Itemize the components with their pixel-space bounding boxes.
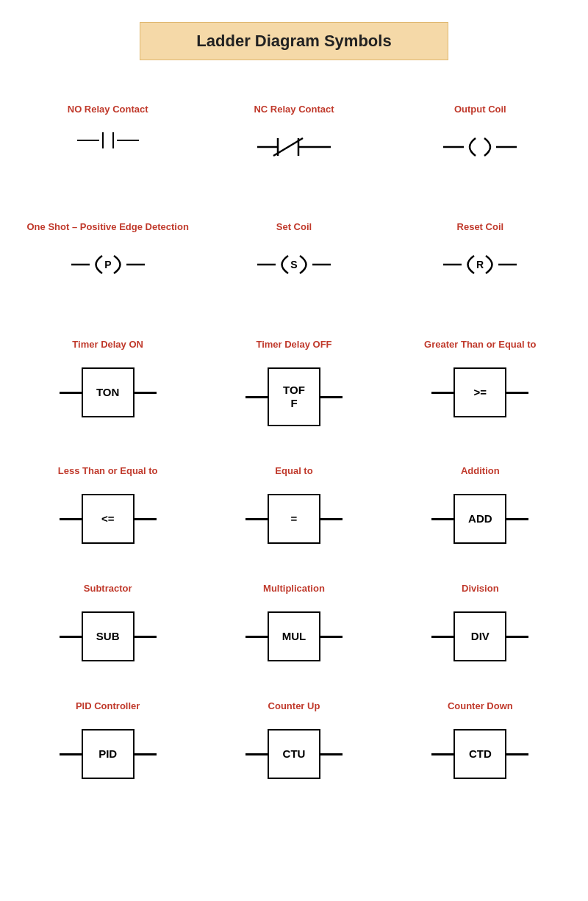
symbol-graphic-toff: TOFF <box>245 367 343 426</box>
symbol-cell-output-coil: Output Coil <box>387 82 573 200</box>
symbol-graphic-ctu: CTU <box>245 729 343 779</box>
symbol-graphic-add: ADD <box>431 494 528 544</box>
div-box: DIV <box>453 611 506 661</box>
symbol-cell-pid: PID Controller PID <box>15 679 201 797</box>
symbol-label-gte: Greater Than or Equal to <box>424 331 536 357</box>
gte-box: >= <box>453 367 506 417</box>
symbol-graphic-sub: SUB <box>60 611 157 661</box>
symbol-cell-toff: Timer Delay OFF TOFF <box>201 317 387 444</box>
page-title-container: Ladder Diagram Symbols <box>140 22 448 60</box>
symbol-graphic-one-shot: P <box>71 250 145 279</box>
toff-box: TOFF <box>268 367 320 426</box>
symbol-cell-reset-coil: Reset Coil R <box>387 200 573 317</box>
sub-box: SUB <box>82 611 135 661</box>
svg-text:S: S <box>290 259 297 270</box>
symbol-cell-ctu: Counter Up CTU <box>201 679 387 797</box>
eq-box: = <box>268 494 320 544</box>
page-title: Ladder Diagram Symbols <box>196 32 391 50</box>
symbol-graphic-set-coil: S <box>257 250 331 279</box>
symbol-graphic-output-coil <box>443 132 517 162</box>
symbol-cell-div: Division DIV <box>387 561 573 679</box>
svg-text:R: R <box>476 259 484 270</box>
symbol-graphic-mul: MUL <box>245 611 343 661</box>
symbol-cell-nc-relay: NC Relay Contact <box>201 82 387 200</box>
symbol-graphic-ctd: CTD <box>431 729 528 779</box>
symbol-graphic-ton: TON <box>60 367 157 417</box>
symbol-graphic-lte: <= <box>60 494 157 544</box>
symbol-label-ton: Timer Delay ON <box>72 331 143 357</box>
symbol-label-one-shot: One Shot – Positive Edge Detection <box>27 213 189 240</box>
pid-box: PID <box>82 729 135 779</box>
symbol-label-nc-relay: NC Relay Contact <box>254 96 334 122</box>
mul-box: MUL <box>268 611 320 661</box>
svg-text:P: P <box>104 259 111 270</box>
lte-box: <= <box>82 494 135 544</box>
symbol-cell-add: Addition ADD <box>387 444 573 561</box>
symbol-label-no-relay: NO Relay Contact <box>68 96 148 122</box>
symbol-cell-one-shot: One Shot – Positive Edge Detection P <box>15 200 201 317</box>
symbol-cell-lte: Less Than or Equal to <= <box>15 444 201 561</box>
symbol-label-pid: PID Controller <box>76 692 140 719</box>
ton-box: TON <box>82 367 135 417</box>
ctu-box: CTU <box>268 729 320 779</box>
symbol-graphic-pid: PID <box>60 729 157 779</box>
symbol-label-output-coil: Output Coil <box>454 96 506 122</box>
symbol-cell-gte: Greater Than or Equal to >= <box>387 317 573 444</box>
ctd-box: CTD <box>453 729 506 779</box>
symbol-graphic-nc-relay <box>257 132 331 162</box>
symbol-label-reset-coil: Reset Coil <box>457 213 504 240</box>
symbol-label-lte: Less Than or Equal to <box>58 457 158 484</box>
symbol-graphic-gte: >= <box>431 367 528 417</box>
symbol-label-eq: Equal to <box>275 457 312 484</box>
symbol-label-div: Division <box>462 575 499 601</box>
symbol-graphic-div: DIV <box>431 611 528 661</box>
symbol-cell-ctd: Counter Down CTD <box>387 679 573 797</box>
symbol-label-ctu: Counter Up <box>268 692 320 719</box>
symbol-cell-mul: Multiplication MUL <box>201 561 387 679</box>
symbol-cell-set-coil: Set Coil S <box>201 200 387 317</box>
symbol-label-ctd: Counter Down <box>448 692 513 719</box>
add-box: ADD <box>453 494 506 544</box>
symbol-label-toff: Timer Delay OFF <box>256 331 331 357</box>
symbol-graphic-no-relay <box>77 132 139 148</box>
symbol-label-add: Addition <box>461 457 500 484</box>
symbol-cell-no-relay: NO Relay Contact <box>15 82 201 200</box>
symbol-graphic-eq: = <box>245 494 343 544</box>
symbol-graphic-reset-coil: R <box>443 250 517 279</box>
symbol-cell-sub: Subtractor SUB <box>15 561 201 679</box>
symbol-label-set-coil: Set Coil <box>276 213 312 240</box>
symbol-label-mul: Multiplication <box>263 575 325 601</box>
symbol-cell-ton: Timer Delay ON TON <box>15 317 201 444</box>
symbol-cell-eq: Equal to = <box>201 444 387 561</box>
symbols-grid: NO Relay Contact NC Relay Contact <box>15 82 573 797</box>
symbol-label-sub: Subtractor <box>84 575 132 601</box>
